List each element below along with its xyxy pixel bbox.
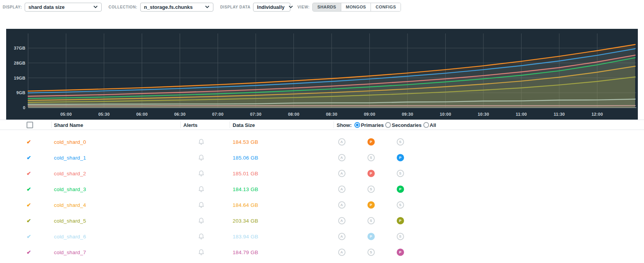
row-checkbox[interactable]: ✔ <box>27 186 31 192</box>
display-data-select-value: Individually <box>257 4 285 10</box>
shard-name-label: cold_shard_2 <box>54 170 86 176</box>
header-separator <box>230 122 230 128</box>
display-data-label: DISPLAY DATA <box>220 5 251 9</box>
view-button-group: SHARDSMONGOSCONFIGS <box>312 3 401 12</box>
header-separator <box>51 122 52 128</box>
primary-badge: P <box>367 233 375 240</box>
radio-label-secondaries[interactable]: Secondaries <box>392 122 421 128</box>
chart-svg: 05:0005:3006:0006:3007:0007:3008:0008:30… <box>6 29 638 120</box>
primary-badge: P <box>397 154 404 161</box>
display-data-select[interactable]: Individually <box>253 3 290 12</box>
collection-select-value: n_storage.fs.chunks <box>144 4 193 10</box>
shard-name-label: cold_shard_4 <box>54 202 86 208</box>
svg-text:10:00: 10:00 <box>440 112 451 117</box>
svg-text:0: 0 <box>23 105 25 110</box>
row-checkbox[interactable]: ✔ <box>27 139 31 145</box>
shard-name-label: cold_shard_5 <box>54 218 86 223</box>
column-header-data-size: Data Size <box>233 122 255 128</box>
row-checkbox[interactable]: ✔ <box>27 250 31 255</box>
row-checkbox[interactable]: ✔ <box>27 202 31 208</box>
alert-bell-icon <box>198 154 205 161</box>
data-size-value: 184.13 GB <box>233 186 258 192</box>
alert-bell-button[interactable] <box>198 249 205 256</box>
radio-label-all[interactable]: All <box>430 122 436 128</box>
secondary-badge: S <box>397 138 404 145</box>
row-checkbox[interactable]: ✔ <box>27 234 31 239</box>
svg-text:11:30: 11:30 <box>553 112 565 117</box>
primary-badge: P <box>367 201 375 208</box>
alert-bell-icon <box>198 170 205 177</box>
primary-badge: P <box>397 217 404 224</box>
alert-bell-icon <box>198 186 205 193</box>
alert-bell-button[interactable] <box>198 201 205 208</box>
table-row: ✔cold_shard_2185.01 GBAPS <box>0 165 644 181</box>
alert-bell-button[interactable] <box>198 217 205 224</box>
row-checkbox[interactable]: ✔ <box>27 218 31 223</box>
radio-primaries[interactable] <box>354 122 360 128</box>
alert-bell-button[interactable] <box>198 154 205 161</box>
data-size-value: 203.34 GB <box>233 218 258 223</box>
svg-text:08:30: 08:30 <box>326 112 337 117</box>
alert-bell-button[interactable] <box>198 186 205 193</box>
primary-badge: P <box>367 138 375 145</box>
arbiter-badge: A <box>338 233 345 240</box>
svg-text:05:30: 05:30 <box>98 112 110 117</box>
alert-bell-icon <box>198 138 205 145</box>
svg-text:07:30: 07:30 <box>250 112 262 117</box>
shard-data-size-chart[interactable]: 05:0005:3006:0006:3007:0007:3008:0008:30… <box>6 29 638 120</box>
secondary-badge: S <box>397 201 404 208</box>
arbiter-badge: A <box>338 170 345 177</box>
svg-text:28GB: 28GB <box>14 61 25 65</box>
display-select-value: shard data size <box>29 4 65 10</box>
arbiter-badge: A <box>338 201 345 208</box>
radio-secondaries[interactable] <box>385 122 391 128</box>
arbiter-badge: A <box>338 138 345 145</box>
column-header-shard-name: Shard Name <box>54 122 83 128</box>
data-size-value: 184.64 GB <box>233 202 258 208</box>
svg-text:09:00: 09:00 <box>364 112 376 117</box>
select-all-checkbox[interactable] <box>27 122 33 128</box>
arbiter-badge: A <box>338 154 345 161</box>
shard-table-body: ✔cold_shard_0184.53 GBAPS✔cold_shard_118… <box>0 134 644 260</box>
svg-text:12:00: 12:00 <box>592 112 603 117</box>
secondary-badge: S <box>367 248 375 256</box>
row-checkbox[interactable]: ✔ <box>27 171 31 176</box>
svg-text:37GB: 37GB <box>14 46 25 50</box>
secondary-badge: S <box>397 170 404 177</box>
view-button-mongos[interactable]: MONGOS <box>341 3 371 11</box>
alert-bell-icon <box>198 249 205 256</box>
view-button-configs[interactable]: CONFIGS <box>371 3 401 11</box>
alert-bell-button[interactable] <box>198 138 205 145</box>
radio-all[interactable] <box>423 122 429 128</box>
secondary-badge: S <box>367 217 375 224</box>
secondary-badge: S <box>367 185 375 193</box>
collection-label: COLLECTION: <box>109 5 138 9</box>
collection-select[interactable]: n_storage.fs.chunks <box>140 3 213 12</box>
arbiter-badge: A <box>338 248 345 256</box>
radio-label-primaries[interactable]: Primaries <box>361 122 384 128</box>
data-size-value: 185.01 GB <box>233 170 258 176</box>
svg-text:06:00: 06:00 <box>136 112 148 117</box>
shard-name-label: cold_shard_7 <box>54 249 86 255</box>
table-row: ✔cold_shard_6183.94 GBAPS <box>0 228 644 244</box>
svg-text:05:00: 05:00 <box>60 112 72 117</box>
row-checkbox[interactable]: ✔ <box>27 155 31 160</box>
shard-name-label: cold_shard_1 <box>54 155 86 160</box>
shard-name-label: cold_shard_3 <box>54 186 86 192</box>
primary-badge: P <box>367 170 375 177</box>
display-select[interactable]: shard data size <box>25 3 102 12</box>
toolbar: DISPLAY: shard data size COLLECTION: n_s… <box>0 0 644 12</box>
header-separator <box>334 122 334 128</box>
svg-text:10:30: 10:30 <box>478 112 489 117</box>
alert-bell-icon <box>198 217 205 224</box>
primary-badge: P <box>397 248 404 256</box>
svg-text:09:30: 09:30 <box>402 112 413 117</box>
svg-text:07:00: 07:00 <box>212 112 224 117</box>
alert-bell-button[interactable] <box>198 233 205 240</box>
shard-table-header: Shard Name Alerts Data Size Show: Primar… <box>0 120 644 130</box>
view-button-shards[interactable]: SHARDS <box>313 3 341 11</box>
primary-badge: P <box>397 185 404 193</box>
view-label: VIEW: <box>297 5 310 9</box>
chevron-down-icon <box>205 5 210 8</box>
alert-bell-button[interactable] <box>198 170 205 177</box>
